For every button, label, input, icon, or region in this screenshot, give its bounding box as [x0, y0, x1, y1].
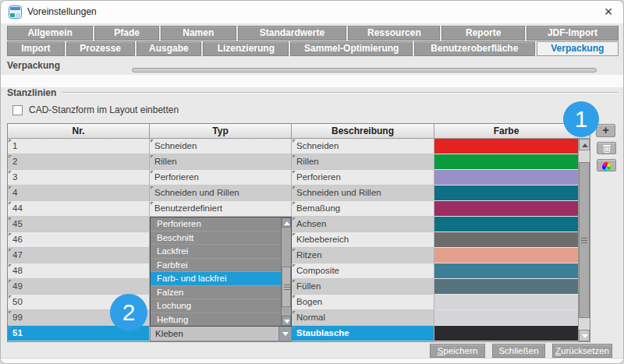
- cell-nr[interactable]: 3: [8, 170, 150, 186]
- tab-lizenzierung[interactable]: Lizenzierung: [203, 41, 289, 56]
- cell-nr[interactable]: 47: [8, 248, 150, 263]
- cell-farbe-swatch[interactable]: [434, 201, 578, 217]
- tab-row-1: Allgemein Pfade Namen Standardwerte Ress…: [7, 26, 619, 41]
- color-picker-button[interactable]: [597, 159, 616, 171]
- chevron-down-icon[interactable]: [278, 327, 291, 341]
- cell-beschreibung[interactable]: Klebebereich: [292, 232, 434, 248]
- palette-icon: [602, 162, 611, 171]
- dialog-bottom-edge: [1, 358, 624, 364]
- cell-farbe-swatch[interactable]: [434, 295, 578, 310]
- cell-beschreibung[interactable]: Ritzen: [292, 248, 434, 263]
- close-icon[interactable]: ×: [600, 3, 617, 20]
- cell-beschreibung[interactable]: Füllen: [292, 279, 434, 295]
- dropdown-item[interactable]: Perforieren: [151, 217, 291, 231]
- cell-farbe-swatch[interactable]: [434, 326, 578, 341]
- cell-nr[interactable]: 49: [8, 279, 150, 295]
- cell-nr[interactable]: 1: [8, 139, 150, 154]
- dropdown-item[interactable]: Heftung: [151, 313, 291, 327]
- cell-farbe-swatch[interactable]: [434, 263, 578, 279]
- cell-farbe-swatch[interactable]: [434, 186, 578, 201]
- scroll-down-icon[interactable]: [579, 330, 590, 341]
- group-title-verpackung: Verpackung: [7, 60, 60, 71]
- tab-allgemein[interactable]: Allgemein: [7, 26, 93, 41]
- trash-icon: [602, 143, 612, 154]
- cell-beschreibung[interactable]: Achsen: [292, 217, 434, 232]
- tab-pfade[interactable]: Pfade: [94, 26, 159, 41]
- tab-verpackung[interactable]: Verpackung: [537, 41, 619, 56]
- cell-farbe-swatch[interactable]: [434, 217, 578, 232]
- close-button[interactable]: Schließen: [492, 344, 545, 358]
- cell-beschreibung-selected[interactable]: Staublasche: [292, 326, 434, 341]
- cell-typ[interactable]: Perforieren: [150, 170, 292, 186]
- tab-prozesse[interactable]: Prozesse: [66, 41, 135, 56]
- cell-beschreibung[interactable]: Bemaßung: [292, 201, 434, 217]
- scroll-down-icon[interactable]: [282, 316, 291, 326]
- cell-farbe-swatch[interactable]: [434, 310, 578, 326]
- separator-strip: [1, 75, 624, 87]
- cell-nr[interactable]: 4: [8, 186, 150, 201]
- annotation-badge-2: 2: [110, 294, 147, 331]
- cell-typ[interactable]: Schneiden: [150, 139, 292, 154]
- dropdown-item[interactable]: Falzen: [151, 286, 291, 300]
- tab-jdf-import[interactable]: JDF-Import: [526, 26, 619, 41]
- tab-ressourcen[interactable]: Ressourcen: [348, 26, 440, 41]
- tab-ausgabe[interactable]: Ausgabe: [136, 41, 202, 56]
- window-title: Voreinstellungen: [27, 6, 97, 17]
- cell-nr[interactable]: 44: [8, 201, 150, 217]
- typ-dropdown-list: Perforieren Beschnitt Lackfrei Farbfrei …: [150, 217, 292, 327]
- cell-typ[interactable]: Benutzerdefiniert: [150, 201, 292, 217]
- group-divider-bar: [132, 68, 597, 72]
- cell-typ[interactable]: Rillen: [150, 154, 292, 170]
- cell-farbe-swatch[interactable]: [434, 279, 578, 295]
- cell-farbe-swatch[interactable]: [434, 232, 578, 248]
- tab-benutzeroberflaeche[interactable]: Benutzeroberfläche: [414, 41, 535, 56]
- scroll-up-icon[interactable]: [579, 139, 590, 150]
- dropdown-item-highlighted[interactable]: Farb- und lackfrei: [151, 272, 291, 286]
- tab-standardwerte[interactable]: Standardwerte: [238, 26, 347, 41]
- dropdown-scrollbar[interactable]: [281, 217, 291, 326]
- column-header-nr[interactable]: Nr.: [8, 124, 150, 139]
- cell-nr[interactable]: 2: [8, 154, 150, 170]
- scrollbar-thumb[interactable]: [579, 162, 590, 318]
- save-button[interactable]: Speichern: [430, 344, 485, 358]
- typ-combobox[interactable]: Kleben: [150, 326, 292, 341]
- cell-farbe-swatch[interactable]: [434, 248, 578, 263]
- cell-typ[interactable]: Schneiden und Rillen: [150, 186, 292, 201]
- title-bar: Voreinstellungen ×: [1, 1, 624, 23]
- add-row-button[interactable]: +: [596, 124, 615, 137]
- cell-beschreibung[interactable]: Perforieren: [292, 170, 434, 186]
- group-title-stanzlinien: Stanzlinien: [7, 87, 56, 98]
- scroll-up-icon[interactable]: [282, 217, 291, 228]
- dropdown-item[interactable]: Farbfrei: [151, 259, 291, 273]
- cell-farbe-swatch[interactable]: [434, 170, 578, 186]
- dropdown-item[interactable]: Beschnitt: [151, 231, 291, 246]
- stanzlinien-table: Nr. Typ Beschreibung Farbe 1 Schneiden S…: [7, 123, 590, 342]
- tab-row-2: Import Prozesse Ausgabe Lizenzierung Sam…: [7, 41, 619, 56]
- delete-row-button[interactable]: [597, 142, 616, 154]
- cell-nr[interactable]: 48: [8, 263, 150, 279]
- scrollbar-thumb[interactable]: [282, 267, 291, 308]
- cell-beschreibung[interactable]: Composite: [292, 263, 434, 279]
- cell-nr[interactable]: 46: [8, 232, 150, 248]
- app-icon: [9, 5, 22, 19]
- cell-beschreibung[interactable]: Normal: [292, 310, 434, 326]
- column-header-typ[interactable]: Typ: [150, 124, 292, 139]
- cell-farbe-swatch[interactable]: [434, 154, 578, 170]
- tab-import[interactable]: Import: [7, 41, 65, 56]
- cell-beschreibung[interactable]: Bogen: [292, 295, 434, 310]
- table-vertical-scrollbar[interactable]: [578, 139, 590, 341]
- tab-sammel-optimierung[interactable]: Sammel-Optimierung: [290, 41, 413, 56]
- column-header-farbe[interactable]: Farbe: [434, 124, 578, 139]
- tab-namen[interactable]: Namen: [161, 26, 236, 41]
- reset-button[interactable]: Zurücksetzen: [552, 344, 612, 358]
- cell-nr[interactable]: 45: [8, 217, 150, 232]
- dropdown-item[interactable]: Lochung: [151, 299, 291, 313]
- cad-stanzform-checkbox[interactable]: [12, 105, 23, 115]
- cell-beschreibung[interactable]: Schneiden und Rillen: [292, 186, 434, 201]
- cell-beschreibung[interactable]: Schneiden: [292, 139, 434, 154]
- column-header-beschreibung[interactable]: Beschreibung: [292, 124, 434, 139]
- cell-farbe-swatch[interactable]: [434, 139, 578, 154]
- dropdown-item[interactable]: Lackfrei: [151, 245, 291, 259]
- cell-beschreibung[interactable]: Rillen: [292, 154, 434, 170]
- tab-reporte[interactable]: Reporte: [441, 26, 524, 41]
